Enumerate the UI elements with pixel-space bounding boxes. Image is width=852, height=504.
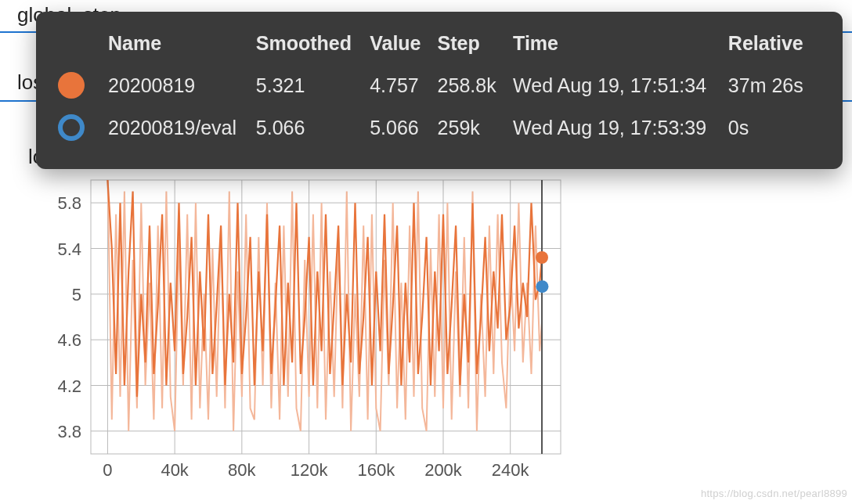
cell-name: 20200819 <box>108 64 256 106</box>
tooltip-table: Name Smoothed Value Step Time Relative 2… <box>58 27 821 149</box>
svg-text:3.8: 3.8 <box>57 422 81 441</box>
run-swatch-icon <box>58 114 85 141</box>
watermark: https://blog.csdn.net/pearl8899 <box>701 488 847 499</box>
svg-text:40k: 40k <box>161 460 189 480</box>
cell-step: 259k <box>438 106 514 149</box>
col-time: Time <box>513 27 728 64</box>
cell-value: 5.066 <box>370 106 437 149</box>
run-swatch-icon <box>58 72 85 99</box>
tooltip-row: 20200819/eval 5.066 5.066 259k Wed Aug 1… <box>58 106 821 149</box>
col-value: Value <box>370 27 437 64</box>
cell-name: 20200819/eval <box>108 106 256 149</box>
svg-text:5.4: 5.4 <box>57 239 81 259</box>
svg-text:240k: 240k <box>492 460 530 480</box>
svg-text:0: 0 <box>103 460 112 480</box>
col-name: Name <box>108 27 256 64</box>
svg-point-16 <box>536 251 548 264</box>
cell-step: 258.8k <box>438 64 514 106</box>
svg-text:160k: 160k <box>357 460 395 480</box>
cell-relative: 37m 26s <box>728 64 821 106</box>
svg-text:120k: 120k <box>291 460 329 480</box>
hover-tooltip: Name Smoothed Value Step Time Relative 2… <box>36 12 843 169</box>
col-smoothed: Smoothed <box>256 27 370 64</box>
cell-value: 4.757 <box>370 64 437 106</box>
cell-relative: 0s <box>728 106 821 149</box>
svg-point-17 <box>536 280 548 293</box>
svg-text:5.8: 5.8 <box>57 193 81 213</box>
svg-text:200k: 200k <box>424 460 463 480</box>
svg-text:5: 5 <box>72 285 81 304</box>
svg-text:4.6: 4.6 <box>57 330 81 350</box>
loss-chart[interactable]: 040k80k120k160k200k240k3.84.24.655.45.8 <box>28 174 576 487</box>
svg-text:4.2: 4.2 <box>57 376 81 396</box>
cell-smoothed: 5.066 <box>256 106 370 149</box>
cell-smoothed: 5.321 <box>256 64 370 106</box>
tooltip-row: 20200819 5.321 4.757 258.8k Wed Aug 19, … <box>58 64 821 106</box>
svg-text:80k: 80k <box>228 460 256 480</box>
cell-time: Wed Aug 19, 17:51:34 <box>513 64 728 106</box>
col-step: Step <box>438 27 514 64</box>
col-relative: Relative <box>728 27 821 64</box>
cell-time: Wed Aug 19, 17:53:39 <box>513 106 728 149</box>
